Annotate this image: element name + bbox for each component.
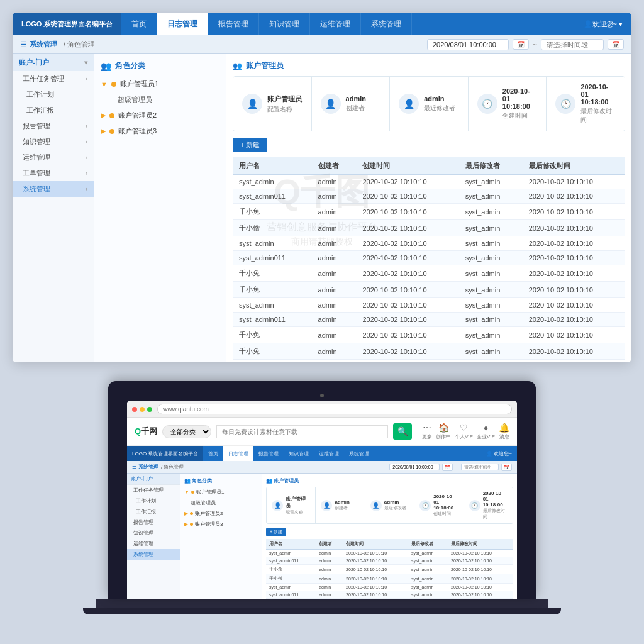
table-row[interactable]: 千小兔admin2020-10-02 10:10:10syst_admin202…	[233, 327, 625, 343]
sidebar-section-title[interactable]: 账户-门户 ▾	[13, 54, 94, 71]
date-input[interactable]	[427, 39, 509, 50]
table-row[interactable]: syst_adminadmin2020-10-02 10:10:10syst_a…	[233, 298, 625, 313]
end-date-picker-btn[interactable]: 📅	[608, 39, 624, 50]
sidebar-item-report[interactable]: 工作汇报	[13, 103, 94, 118]
inner-card-create-time-content: 2020-10-01 10:18:00 创建时间	[433, 494, 458, 517]
table-row[interactable]: 千小兔admin2020-10-02 10:10:10syst_admin202…	[233, 265, 625, 282]
inner-card-create-time: 🕐 2020-10-01 10:18:00 创建时间	[414, 487, 464, 523]
inner-card-name: 👤 账户管理员 配置名称	[267, 487, 316, 523]
card-modify-time-label: 最后修改时间	[580, 107, 616, 125]
user-label: 欢迎您~	[592, 19, 617, 29]
role-item-3[interactable]: ▶ 账户管理员3	[94, 123, 226, 139]
inner-table-row[interactable]: 千小兔admin2020-10-02 10:10:10syst_admin202…	[266, 599, 513, 600]
qiantu-icon-enterprise-vip[interactable]: ♦ 企业VIP	[477, 423, 495, 440]
pagination: 第1页，共15条记录 « ‹ 1 › » 5 10 20 条/页 确定	[233, 360, 625, 362]
nav-tab-knowledge[interactable]: 知识管理	[259, 13, 310, 35]
inner-card-create-time-lbl: 创建时间	[433, 511, 458, 517]
table-row[interactable]: 千小兔admin2020-10-02 10:10:10syst_admin202…	[233, 343, 625, 360]
inner-end-date-input[interactable]	[461, 464, 499, 470]
sidebar-item-ops[interactable]: 运维管理 ›	[13, 150, 94, 165]
inner-tab-system[interactable]: 系统管理	[344, 446, 374, 461]
card-creator-content: admin 创建者	[346, 95, 366, 113]
qiantu-search-input[interactable]	[216, 425, 388, 438]
sidebar-section-account: 账户-门户 ▾ 工作任务管理 › 工作计划 工作汇报 报告管理	[13, 54, 94, 197]
col-last-modify-time: 最后修改时间	[523, 157, 625, 175]
user-panel-title: 👥 账户管理员	[233, 60, 625, 76]
qiantu-icon-personal-vip[interactable]: ♡ 个人VIP	[455, 423, 473, 440]
inner-new-btn[interactable]: + 新建	[266, 528, 286, 536]
inner-sidebar-tasks[interactable]: 工作任务管理	[127, 485, 180, 496]
inner-sidebar-report[interactable]: 工作汇报	[127, 506, 180, 517]
inner-end-date-btn[interactable]: 📅	[501, 464, 512, 471]
inner-subheader-icon: ☰	[132, 464, 136, 470]
inner-sidebar-knowledge[interactable]: 知识管理	[127, 528, 180, 538]
role-panel-title: 👥 角色分类	[94, 60, 226, 76]
inner-table-header: 用户名 创建者 创建时间 最后修改者 最后修改时间	[266, 539, 513, 550]
inner-table-row[interactable]: 千小兔admin2020-10-02 10:10:10syst_admin202…	[266, 565, 513, 574]
inner-tab-ops[interactable]: 运维管理	[314, 446, 344, 461]
inner-sidebar-plan[interactable]: 工作计划	[127, 496, 180, 506]
end-date-input[interactable]	[541, 39, 604, 50]
role-item-1[interactable]: ▼ 账户管理员1	[94, 76, 226, 92]
nav-tab-reports[interactable]: 报告管理	[208, 13, 259, 35]
inner-sidebar-reports[interactable]: 报告管理	[127, 517, 180, 528]
inner-card-modify-time-icon: 🕐	[469, 500, 480, 511]
qiantu-icon-message[interactable]: 🔔 消息	[499, 423, 509, 440]
table-row[interactable]: 千小兔admin2020-10-02 10:10:10syst_admin202…	[233, 204, 625, 220]
table-row[interactable]: 千小兔admin2020-10-02 10:10:10syst_admin202…	[233, 282, 625, 298]
sidebar-item-tasks[interactable]: 工作任务管理 ›	[13, 71, 94, 87]
inner-role-1[interactable]: ▼ 账户管理员1	[180, 487, 262, 497]
inner-table-row[interactable]: syst_admin011admin2020-10-02 10:10:10sys…	[266, 557, 513, 565]
inner-date-btn[interactable]: 📅	[442, 464, 453, 471]
table-row[interactable]: syst_admin011admin2020-10-02 10:10:10sys…	[233, 189, 625, 204]
role-item-2[interactable]: ▶ 账户管理员2	[94, 108, 226, 123]
nav-tab-system[interactable]: 系统管理	[361, 13, 412, 35]
qiantu-icons: ⋯ 更多 🏠 创作中 ♡ 个人VIP ♦ 企业VIP	[422, 423, 509, 440]
inner-card-modifier-icon: 👤	[370, 500, 382, 511]
date-picker-btn[interactable]: 📅	[513, 39, 529, 50]
inner-sidebar-ops[interactable]: 运维管理	[127, 538, 180, 549]
inner-table-row[interactable]: syst_adminadmin2020-10-02 10:10:10syst_a…	[266, 550, 513, 557]
inner-role-2[interactable]: ▶ 账户管理员2	[180, 508, 262, 519]
nav-tab-ops[interactable]: 运维管理	[310, 13, 361, 35]
qiantu-search-btn[interactable]: 🔍	[393, 423, 412, 440]
role-sub-admin[interactable]: — 超级管理员	[94, 92, 226, 108]
browser-dots	[132, 407, 152, 412]
inner-role-3[interactable]: ▶ 账户管理员3	[180, 519, 262, 530]
nav-tab-home[interactable]: 首页	[121, 13, 157, 35]
sidebar-item-plan[interactable]: 工作计划	[13, 87, 94, 103]
inner-sidebar-system[interactable]: 系统管理	[127, 549, 180, 560]
inner-table-row[interactable]: 千小僧admin2020-10-02 10:10:10syst_admin202…	[266, 574, 513, 584]
qiantu-icon-more[interactable]: ⋯ 更多	[422, 423, 432, 440]
sidebar-item-tickets[interactable]: 工单管理 ›	[13, 165, 94, 181]
inner-tab-logs[interactable]: 日志管理	[223, 446, 253, 461]
inner-tab-reports[interactable]: 报告管理	[253, 446, 284, 461]
sidebar-item-reports[interactable]: 报告管理 ›	[13, 118, 94, 134]
inner-role-1-expand: ▼	[184, 489, 189, 495]
browser-url[interactable]: www.qiantu.com	[157, 404, 512, 414]
inner-date-input[interactable]	[389, 464, 440, 470]
inner-card-name-icon: 👤	[272, 500, 283, 511]
inner-tab-knowledge[interactable]: 知识管理	[284, 446, 314, 461]
inner-role-sub[interactable]: 超级管理员	[180, 497, 262, 508]
table-row[interactable]: syst_adminadmin2020-10-02 10:10:10syst_a…	[233, 236, 625, 251]
table-row[interactable]: 千小僧admin2020-10-02 10:10:10syst_admin202…	[233, 220, 625, 236]
table-row[interactable]: syst_adminadmin2020-10-02 10:10:10syst_a…	[233, 175, 625, 189]
sidebar-item-knowledge[interactable]: 知识管理 ›	[13, 134, 94, 150]
inner-table-row[interactable]: syst_admin011admin2020-10-02 10:10:10sys…	[266, 591, 513, 599]
inner-tab-home[interactable]: 首页	[203, 446, 223, 461]
inner-table-row[interactable]: syst_adminadmin2020-10-02 10:10:10syst_a…	[266, 584, 513, 591]
new-button[interactable]: + 新建	[233, 138, 267, 152]
category-select[interactable]: 全部分类	[162, 425, 211, 438]
table-row[interactable]: syst_admin011admin2020-10-02 10:10:10sys…	[233, 251, 625, 265]
header-user[interactable]: 👤 欢迎您~ ▾	[584, 19, 631, 29]
col-username: 用户名	[233, 157, 312, 175]
table-row[interactable]: syst_admin011admin2020-10-02 10:10:10sys…	[233, 313, 625, 327]
sidebar-item-system[interactable]: 系统管理 ›	[13, 181, 94, 197]
dot-maximize	[147, 407, 152, 412]
dot-minimize	[140, 407, 145, 412]
nav-tab-logs[interactable]: 日志管理	[157, 13, 208, 35]
inner-role-2-expand: ▶	[184, 511, 188, 516]
inner-card-create-time-icon: 🕐	[419, 500, 431, 511]
qiantu-icon-create[interactable]: 🏠 创作中	[436, 423, 451, 440]
